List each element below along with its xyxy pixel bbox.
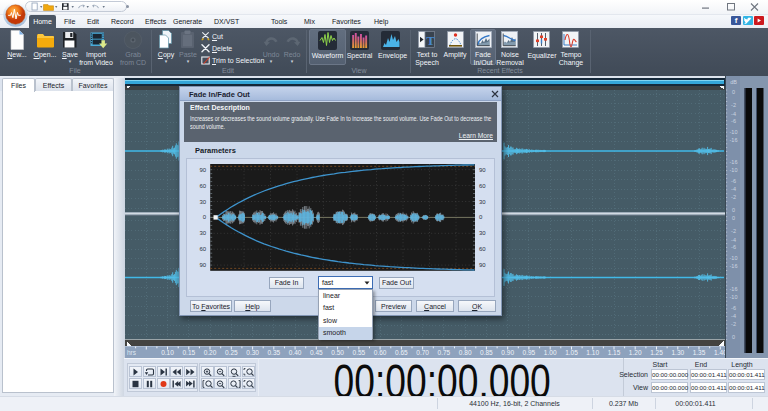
svg-text:0.45: 0.45 [310, 349, 323, 356]
svg-text:-4: -4 [731, 186, 736, 192]
svg-text:30: 30 [479, 199, 486, 205]
svg-text:90: 90 [200, 262, 207, 268]
svg-text:0: 0 [732, 334, 735, 340]
svg-text:0: 0 [732, 215, 735, 221]
svg-text:-6: -6 [731, 178, 736, 184]
svg-text:-16: -16 [730, 263, 738, 269]
svg-text:0: 0 [732, 89, 735, 95]
svg-text:90: 90 [479, 167, 486, 173]
svg-text:-10: -10 [730, 129, 738, 135]
svg-text:-2: -2 [731, 228, 736, 234]
svg-text:30: 30 [200, 199, 207, 205]
svg-text:1.25: 1.25 [650, 349, 663, 356]
svg-text:-10: -10 [730, 294, 738, 300]
svg-text:hrs: hrs [127, 349, 137, 356]
svg-text:90: 90 [200, 167, 207, 173]
svg-text:1.05: 1.05 [565, 349, 578, 356]
svg-text:0.30: 0.30 [246, 349, 259, 356]
svg-text:1.20: 1.20 [629, 349, 642, 356]
svg-text:-4: -4 [731, 237, 736, 243]
svg-text:dB: dB [730, 79, 737, 85]
svg-text:1.35: 1.35 [693, 349, 706, 356]
svg-text:0.25: 0.25 [225, 349, 238, 356]
svg-text:1.30: 1.30 [671, 349, 684, 356]
svg-text:-10: -10 [730, 255, 738, 261]
svg-text:30: 30 [479, 230, 486, 236]
svg-text:-16: -16 [730, 286, 738, 292]
svg-text:30: 30 [200, 230, 207, 236]
svg-text:-4: -4 [731, 313, 736, 319]
svg-text:0.35: 0.35 [267, 349, 280, 356]
svg-text:90: 90 [479, 262, 486, 268]
svg-text:0.10: 0.10 [161, 349, 174, 356]
svg-text:1.15: 1.15 [608, 349, 621, 356]
svg-text:60: 60 [479, 183, 486, 189]
svg-text:-16: -16 [730, 137, 738, 143]
svg-text:0: 0 [732, 207, 735, 213]
svg-text:-2: -2 [731, 102, 736, 108]
svg-text:-10: -10 [730, 167, 738, 173]
svg-text:60: 60 [479, 246, 486, 252]
svg-text:-6: -6 [731, 305, 736, 311]
svg-text:60: 60 [200, 246, 207, 252]
svg-text:T: T [426, 33, 435, 48]
svg-text:0.20: 0.20 [204, 349, 217, 356]
svg-text:60: 60 [200, 183, 207, 189]
svg-text:1.10: 1.10 [586, 349, 599, 356]
svg-text:-2: -2 [731, 321, 736, 327]
svg-text:-4: -4 [731, 111, 736, 117]
svg-text:-2: -2 [731, 194, 736, 200]
svg-text:-6: -6 [731, 244, 736, 250]
svg-text:1.40: 1.40 [714, 349, 725, 356]
svg-text:-6: -6 [731, 118, 736, 124]
svg-text:0.15: 0.15 [182, 349, 195, 356]
svg-text:0.40: 0.40 [289, 349, 302, 356]
svg-text:-16: -16 [730, 159, 738, 165]
